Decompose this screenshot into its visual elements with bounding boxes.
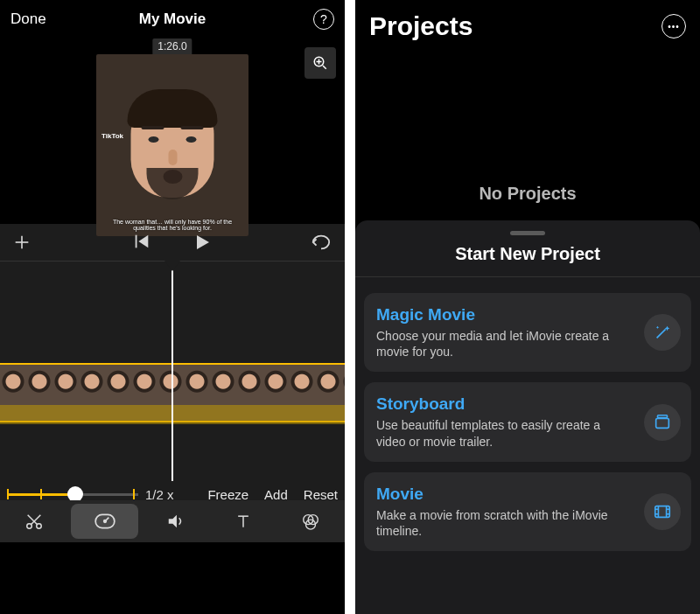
subtitle: The woman that… will only have 90% of th… [103, 219, 242, 231]
speed-label: 1/2 x [145, 487, 174, 502]
editor-screen: Done My Movie ? 1:26.0 TikTok The woman … [0, 0, 345, 614]
audio-tool[interactable] [142, 500, 209, 542]
editor-header: Done My Movie ? [0, 0, 345, 38]
magic-wand-icon [644, 314, 681, 351]
sheet-title: Start New Project [364, 244, 691, 264]
storyboard-icon [644, 404, 681, 441]
svg-point-15 [103, 520, 106, 523]
zoom-in-button[interactable] [304, 47, 336, 79]
timeline[interactable]: 1/2 x Freeze Add Reset [0, 261, 345, 542]
skip-back-button[interactable] [132, 232, 151, 253]
svg-rect-6 [136, 235, 137, 248]
option-magic-movie[interactable]: Magic Movie Choose your media and let iM… [364, 293, 691, 372]
projects-screen: Projects ••• No Projects Start New Proje… [355, 0, 700, 614]
playhead[interactable] [172, 265, 173, 481]
option-title: Movie [376, 485, 679, 504]
new-project-sheet: Start New Project Magic Movie Choose you… [355, 220, 700, 614]
reset-speed-button[interactable]: Reset [304, 487, 338, 502]
option-storyboard[interactable]: Storyboard Use beautiful templates to ea… [364, 382, 691, 461]
project-title: My Movie [0, 10, 345, 28]
play-button[interactable] [192, 232, 213, 253]
projects-title: Projects [369, 11, 472, 41]
more-button[interactable]: ••• [662, 14, 686, 38]
time-badge: 1:26.0 [152, 38, 192, 54]
add-freeze-button[interactable]: Add [264, 487, 288, 502]
svg-rect-24 [658, 415, 668, 417]
svg-line-22 [657, 330, 666, 338]
projects-header: Projects ••• [355, 0, 700, 52]
option-desc: Make a movie from scratch with the iMovi… [376, 507, 679, 539]
svg-marker-7 [138, 235, 148, 248]
svg-line-1 [323, 66, 326, 69]
svg-marker-8 [197, 235, 209, 249]
preview-frame: TikTok The woman that… will only have 90… [96, 54, 248, 236]
option-movie[interactable]: Movie Make a movie from scratch with the… [364, 472, 691, 551]
sheet-grabber[interactable] [510, 231, 545, 235]
video-preview[interactable]: 1:26.0 TikTok The woman that… will only … [0, 38, 345, 224]
option-desc: Use beautiful templates to easily create… [376, 417, 679, 449]
cut-tool[interactable] [0, 500, 67, 542]
done-button[interactable]: Done [10, 10, 46, 28]
film-icon [644, 493, 681, 530]
option-title: Magic Movie [376, 305, 679, 324]
playhead-indicator-icon [164, 261, 180, 271]
svg-marker-16 [169, 515, 177, 528]
help-button[interactable]: ? [313, 9, 334, 30]
speed-tool[interactable] [71, 504, 138, 539]
option-desc: Choose your media and let iMovie create … [376, 328, 679, 359]
svg-rect-23 [656, 418, 669, 428]
svg-rect-25 [655, 506, 670, 518]
tool-bar [0, 500, 345, 542]
tiktok-watermark: TikTok [102, 133, 123, 141]
freeze-button[interactable]: Freeze [207, 487, 248, 502]
titles-tool[interactable] [210, 500, 277, 542]
filters-tool[interactable] [277, 500, 345, 542]
divider [355, 276, 700, 277]
option-title: Storyboard [376, 394, 679, 414]
no-projects-label: No Projects [355, 184, 700, 204]
